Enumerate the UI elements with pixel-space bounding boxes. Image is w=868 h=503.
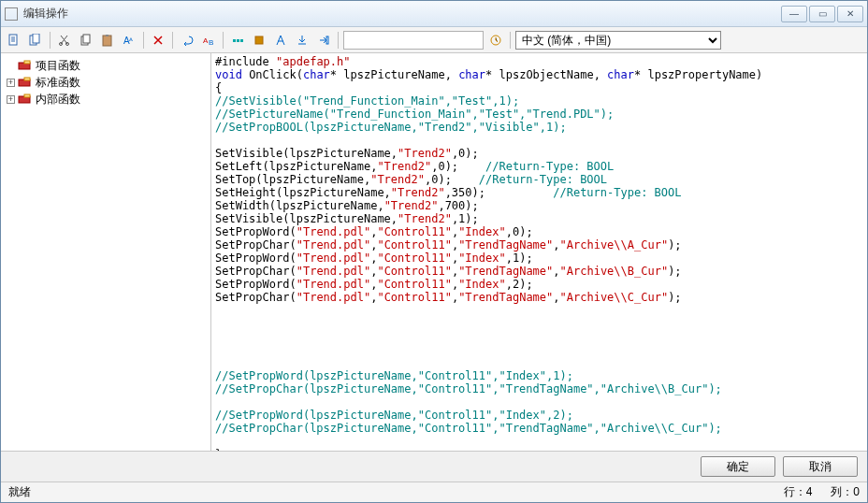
main-body: 项目函数+标准函数+内部函数 #include "apdefap.h"void … xyxy=(1,53,867,452)
cancel-button[interactable]: 取消 xyxy=(783,456,858,477)
search-input[interactable] xyxy=(343,31,484,50)
clock-icon[interactable] xyxy=(486,31,505,50)
svg-rect-16 xyxy=(255,36,263,44)
maximize-button[interactable]: ▭ xyxy=(809,6,835,22)
compile-all-button[interactable] xyxy=(26,31,45,50)
svg-text:ᴬ: ᴬ xyxy=(129,36,133,46)
font-button[interactable]: Aᴬ xyxy=(120,31,138,50)
compile-button[interactable] xyxy=(5,31,23,50)
minimize-button[interactable]: — xyxy=(781,6,807,22)
separator xyxy=(172,32,173,49)
undo-button[interactable] xyxy=(178,31,196,50)
tree-item[interactable]: +标准函数 xyxy=(3,74,209,91)
svg-rect-14 xyxy=(237,39,239,42)
svg-rect-17 xyxy=(326,36,328,44)
folder-icon xyxy=(18,60,33,71)
svg-rect-13 xyxy=(233,39,236,42)
bookmark-button[interactable] xyxy=(228,31,247,50)
expand-icon[interactable]: + xyxy=(7,79,15,87)
close-button[interactable]: ✕ xyxy=(837,6,863,22)
export-button[interactable] xyxy=(314,31,333,50)
separator xyxy=(143,32,144,49)
app-icon xyxy=(5,7,18,21)
delete-button[interactable] xyxy=(149,31,167,50)
window-title: 编辑操作 xyxy=(23,6,779,22)
syntax-check-button[interactable]: AB xyxy=(199,31,218,50)
separator xyxy=(338,32,339,49)
cut-button[interactable] xyxy=(55,31,74,50)
ok-button[interactable]: 确定 xyxy=(701,456,775,477)
svg-rect-2 xyxy=(33,34,39,43)
paste-button[interactable] xyxy=(98,31,117,50)
status-ready: 就绪 xyxy=(8,484,765,500)
language-select[interactable]: 中文 (简体，中国) xyxy=(515,31,721,50)
svg-rect-20 xyxy=(24,61,30,64)
tree-label: 标准函数 xyxy=(36,75,80,91)
function-tree[interactable]: 项目函数+标准函数+内部函数 xyxy=(1,53,211,451)
tree-label: 项目函数 xyxy=(36,58,80,74)
separator xyxy=(50,32,51,49)
svg-rect-8 xyxy=(106,35,108,36)
svg-rect-15 xyxy=(240,39,243,42)
import-button[interactable] xyxy=(293,31,311,50)
button-bar: 确定 取消 xyxy=(1,452,867,481)
folder-icon xyxy=(18,93,33,105)
expand-icon xyxy=(7,62,15,70)
status-col: 列：0 xyxy=(831,484,860,500)
svg-text:B: B xyxy=(209,38,213,47)
status-row: 行：4 xyxy=(784,484,813,500)
folder-icon xyxy=(18,77,33,88)
object-button[interactable] xyxy=(250,31,268,50)
svg-rect-6 xyxy=(83,35,90,43)
svg-rect-24 xyxy=(24,94,30,97)
window: 编辑操作 — ▭ ✕ Aᴬ AB 中文 (简体，中国) 项目函数+标准函数+内部… xyxy=(0,0,868,503)
tool-a-button[interactable] xyxy=(271,31,290,50)
tree-item[interactable]: +内部函数 xyxy=(3,91,209,108)
tree-label: 内部函数 xyxy=(36,92,80,108)
copy-button[interactable] xyxy=(77,31,95,50)
svg-rect-22 xyxy=(24,78,30,80)
svg-rect-7 xyxy=(103,36,111,46)
toolbar: Aᴬ AB 中文 (简体，中国) xyxy=(1,27,867,53)
titlebar: 编辑操作 — ▭ ✕ xyxy=(1,1,867,27)
separator xyxy=(510,32,511,49)
expand-icon[interactable]: + xyxy=(7,95,15,104)
tree-item[interactable]: 项目函数 xyxy=(3,57,209,74)
separator xyxy=(223,32,224,49)
code-editor[interactable]: #include "apdefap.h"void OnClick(char* l… xyxy=(211,53,867,451)
status-bar: 就绪 行：4 列：0 xyxy=(1,481,867,502)
